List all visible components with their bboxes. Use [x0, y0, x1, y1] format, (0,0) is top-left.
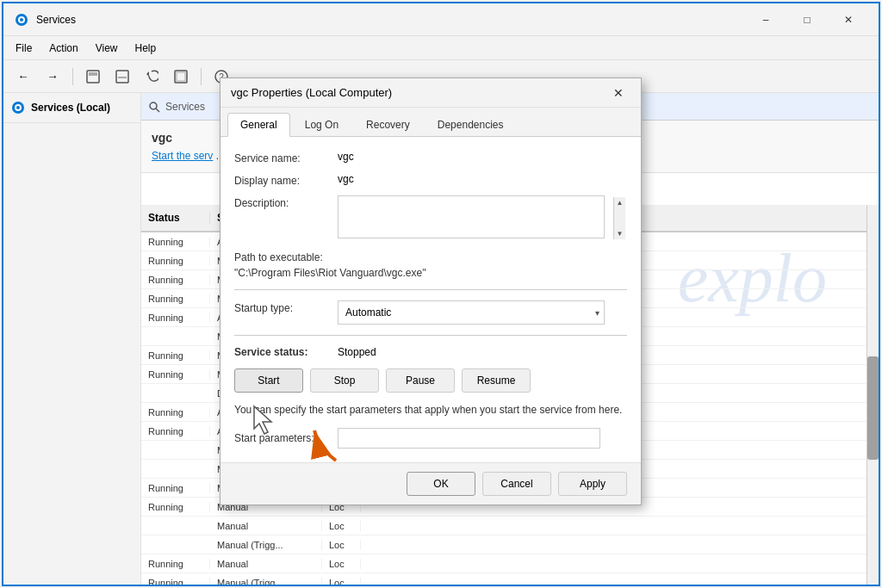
toolbar-btn-1[interactable]: [80, 65, 106, 89]
info-text: You can specify the start parameters tha…: [234, 403, 627, 418]
td-status: Running: [141, 578, 210, 585]
close-button[interactable]: ✕: [829, 7, 868, 33]
svg-rect-6: [118, 77, 127, 78]
description-field-wrapper: ▲ ▼: [338, 195, 627, 241]
display-name-label: Display name:: [234, 173, 338, 187]
svg-rect-9: [177, 72, 185, 81]
search-icon: [148, 101, 160, 113]
path-row: Path to executable: "C:\Program Files\Ri…: [234, 250, 627, 279]
tab-general[interactable]: General: [227, 113, 290, 137]
description-label: Description:: [234, 195, 338, 209]
minimize-button[interactable]: –: [746, 7, 786, 33]
path-value: "C:\Program Files\Riot Vanguard\vgc.exe": [234, 267, 627, 279]
scrollbar-thumb[interactable]: [867, 356, 879, 460]
table-row[interactable]: Manual Loc: [141, 517, 866, 535]
startup-type-label: Startup type:: [234, 300, 338, 314]
table-row[interactable]: Running Manual Loc: [141, 554, 866, 573]
start-button[interactable]: Start: [234, 368, 303, 393]
th-status[interactable]: Status: [141, 212, 210, 224]
dialog-tabs: General Log On Recovery Dependencies: [220, 108, 641, 137]
startup-type-select-wrapper: Automatic Automatic (Delayed Start) Manu…: [338, 300, 605, 325]
startup-type-select[interactable]: Automatic Automatic (Delayed Start) Manu…: [338, 300, 605, 325]
td-startup: Manual: [210, 559, 322, 569]
start-params-input[interactable]: [338, 428, 600, 449]
sidebar-header: Services (Local): [3, 93, 140, 123]
path-section: Path to executable: "C:\Program Files\Ri…: [234, 250, 627, 279]
description-row: Description: ▲ ▼: [234, 195, 627, 241]
back-button[interactable]: ←: [10, 65, 36, 89]
window-controls: – □ ✕: [746, 7, 868, 33]
dialog-close-button[interactable]: ✕: [606, 83, 630, 103]
divider-1: [234, 289, 627, 290]
ok-button[interactable]: OK: [407, 472, 475, 496]
display-name-row: Display name: vgc: [234, 173, 627, 187]
dialog-title: vgc Properties (Local Computer): [231, 86, 606, 99]
sidebar: Services (Local): [3, 93, 141, 585]
service-status-row: Service status: Stopped: [234, 346, 627, 358]
td-status: Running: [141, 237, 210, 247]
start-link[interactable]: Start the serv: [152, 150, 213, 162]
svg-point-2: [20, 18, 23, 22]
td-log: Loc: [322, 578, 361, 585]
divider-2: [234, 335, 627, 336]
scrollbar[interactable]: [866, 205, 879, 585]
td-log: Loc: [322, 559, 361, 569]
description-textarea[interactable]: [338, 195, 605, 238]
apply-button[interactable]: Apply: [558, 472, 627, 496]
td-status: Running: [141, 407, 210, 418]
toolbar-btn-4[interactable]: [168, 65, 194, 89]
menu-action[interactable]: Action: [40, 39, 86, 58]
td-startup: Manual (Trigg...: [210, 540, 322, 550]
td-status: Running: [141, 256, 210, 266]
tab-recovery[interactable]: Recovery: [353, 113, 423, 136]
textarea-scrollbar: ▲ ▼: [613, 197, 625, 239]
resume-button[interactable]: Resume: [462, 368, 531, 393]
search-label: Services: [165, 101, 205, 113]
toolbar-btn-2[interactable]: [109, 65, 135, 89]
td-startup: Manual (Trigg...: [210, 578, 322, 585]
toolbar-btn-3[interactable]: [139, 65, 165, 89]
service-status-label: Service status:: [234, 346, 338, 358]
dialog-body: Service name: vgc Display name: vgc Desc…: [220, 137, 641, 462]
title-bar: Services – □ ✕: [3, 3, 879, 36]
service-name-value: vgc: [338, 151, 354, 163]
pause-button[interactable]: Pause: [386, 368, 455, 393]
toolbar-divider-2: [201, 68, 202, 85]
menu-help[interactable]: Help: [127, 39, 165, 58]
td-status: Running: [141, 483, 210, 493]
startup-type-row: Startup type: Automatic Automatic (Delay…: [234, 300, 627, 325]
app-icon: [14, 12, 29, 28]
svg-marker-7: [146, 71, 149, 77]
menu-bar: File Action View Help: [3, 36, 879, 60]
td-status: Running: [141, 369, 210, 380]
service-name-label: Service name:: [234, 151, 338, 164]
display-name-value: vgc: [338, 173, 354, 185]
toolbar-divider-1: [72, 68, 73, 85]
start-params-label: Start parameters:: [234, 432, 338, 444]
service-name-row: Service name: vgc: [234, 151, 627, 164]
maximize-button[interactable]: □: [787, 7, 827, 33]
table-row[interactable]: Running Manual (Trigg... Loc: [141, 573, 866, 585]
td-status: Running: [141, 559, 210, 569]
window-title: Services: [36, 14, 746, 26]
td-status: Running: [141, 502, 210, 512]
service-status-value: Stopped: [338, 346, 376, 358]
menu-file[interactable]: File: [7, 39, 40, 58]
tab-dependencies[interactable]: Dependencies: [425, 113, 517, 136]
forward-button[interactable]: →: [40, 65, 65, 89]
stop-button[interactable]: Stop: [310, 368, 379, 393]
td-log: Loc: [322, 521, 361, 531]
svg-line-16: [156, 108, 159, 112]
action-buttons: Start Stop Pause Resume: [234, 368, 627, 393]
tab-logon[interactable]: Log On: [292, 113, 351, 136]
td-status: Running: [141, 313, 210, 323]
table-row[interactable]: Manual (Trigg... Loc: [141, 535, 866, 554]
sidebar-label: Services (Local): [31, 102, 110, 114]
svg-point-14: [16, 106, 20, 109]
td-startup: Manual: [210, 521, 322, 531]
menu-view[interactable]: View: [87, 39, 127, 58]
td-log: Loc: [322, 540, 361, 550]
cancel-button[interactable]: Cancel: [482, 472, 551, 496]
svg-point-15: [150, 102, 157, 109]
td-status: Running: [141, 426, 210, 436]
